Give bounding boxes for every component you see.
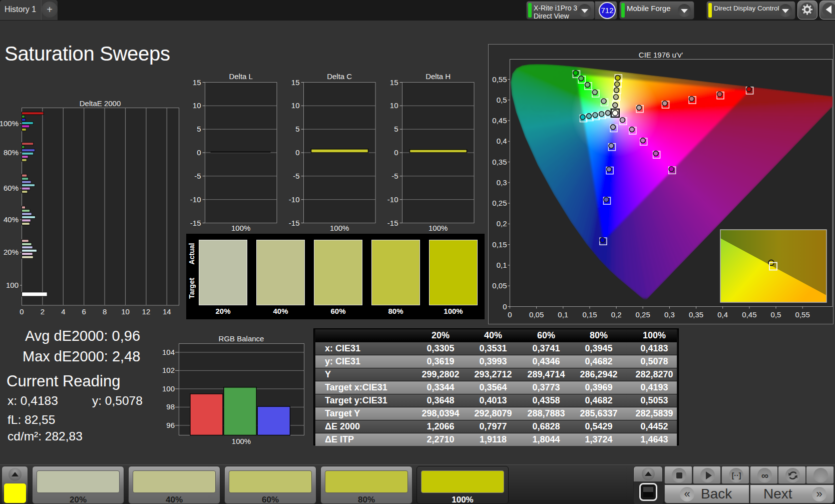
svg-text:10: 10 (291, 101, 300, 110)
svg-text:0,05: 0,05 (529, 310, 544, 319)
svg-text:CIE 1976 u'v': CIE 1976 u'v' (639, 51, 683, 59)
svg-text:10: 10 (390, 101, 398, 110)
svg-text:-10: -10 (190, 195, 201, 204)
svg-text:0,35: 0,35 (492, 158, 507, 166)
svg-text:-15: -15 (289, 219, 300, 227)
svg-text:100: 100 (162, 384, 175, 393)
svg-text:0,2: 0,2 (611, 310, 622, 319)
svg-text:0,3: 0,3 (664, 310, 675, 319)
svg-text:10: 10 (121, 307, 130, 316)
svg-text:14: 14 (163, 307, 171, 316)
svg-text:0,2: 0,2 (497, 219, 507, 228)
svg-text:104: 104 (162, 348, 175, 356)
svg-text:0,1: 0,1 (558, 310, 568, 319)
svg-text:5: 5 (295, 125, 299, 133)
svg-text:96: 96 (166, 421, 175, 429)
svg-text:-5: -5 (293, 172, 299, 180)
svg-text:0,45: 0,45 (492, 116, 507, 125)
svg-text:0,25: 0,25 (636, 310, 650, 319)
svg-text:-15: -15 (387, 219, 398, 227)
svg-text:-10: -10 (387, 195, 398, 204)
svg-text:0,05: 0,05 (492, 281, 507, 290)
svg-text:4: 4 (61, 307, 65, 316)
svg-text:98: 98 (166, 402, 175, 411)
svg-text:0: 0 (20, 307, 24, 316)
svg-text:-15: -15 (190, 219, 201, 227)
svg-text:0,35: 0,35 (689, 310, 703, 319)
svg-text:0,55: 0,55 (492, 75, 507, 84)
svg-text:80%: 80% (4, 148, 19, 157)
svg-text:Delta C: Delta C (327, 72, 352, 81)
svg-text:-5: -5 (391, 172, 398, 180)
svg-text:0,4: 0,4 (717, 310, 728, 319)
svg-text:100%: 100% (0, 119, 19, 128)
svg-text:0,1: 0,1 (497, 261, 507, 269)
svg-text:8: 8 (103, 307, 107, 316)
svg-text:100%: 100% (330, 224, 349, 232)
svg-text:RGB Balance: RGB Balance (219, 334, 264, 343)
svg-text:60%: 60% (4, 184, 19, 192)
svg-text:0: 0 (197, 148, 201, 157)
svg-text:0,4: 0,4 (497, 137, 507, 145)
svg-text:0,5: 0,5 (771, 310, 781, 319)
svg-text:20%: 20% (4, 248, 19, 256)
svg-text:102: 102 (162, 366, 175, 374)
svg-text:-10: -10 (289, 195, 300, 204)
svg-text:15: 15 (291, 78, 300, 87)
svg-text:0,15: 0,15 (582, 310, 597, 319)
svg-text:12: 12 (142, 307, 151, 316)
svg-text:0,45: 0,45 (742, 310, 756, 319)
svg-text:15: 15 (193, 78, 201, 87)
svg-text:0,25: 0,25 (492, 199, 507, 207)
svg-text:0: 0 (394, 148, 398, 157)
svg-text:0,15: 0,15 (492, 240, 507, 249)
svg-text:0,55: 0,55 (795, 310, 810, 319)
svg-text:Delta L: Delta L (229, 72, 253, 81)
svg-text:100%: 100% (231, 224, 250, 232)
svg-text:5: 5 (197, 125, 201, 133)
svg-text:0: 0 (508, 310, 512, 319)
svg-text:15: 15 (390, 78, 398, 87)
svg-text:0: 0 (503, 302, 507, 311)
svg-text:5: 5 (394, 125, 398, 133)
svg-text:0,3: 0,3 (497, 178, 507, 187)
svg-text:100: 100 (6, 281, 19, 289)
svg-text:6: 6 (82, 307, 86, 316)
svg-text:-5: -5 (194, 172, 201, 180)
svg-text:DeltaE 2000: DeltaE 2000 (80, 99, 121, 108)
svg-text:100%: 100% (429, 224, 448, 232)
svg-text:2: 2 (41, 307, 45, 316)
svg-text:100%: 100% (232, 437, 251, 445)
svg-text:40%: 40% (4, 215, 19, 224)
svg-text:10: 10 (193, 101, 201, 110)
svg-text:0,5: 0,5 (497, 96, 507, 104)
svg-text:Delta H: Delta H (426, 72, 451, 81)
svg-text:0: 0 (295, 148, 299, 157)
